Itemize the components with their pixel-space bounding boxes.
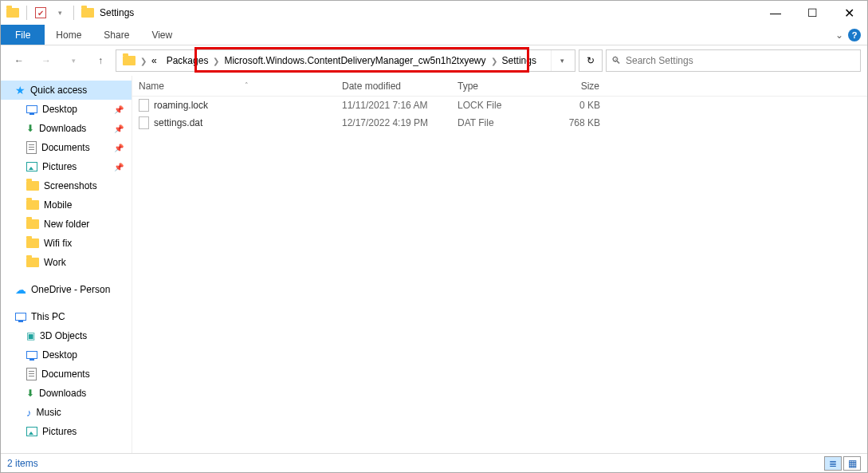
nav-pc-desktop[interactable]: Desktop bbox=[1, 345, 132, 365]
file-size: 768 KB bbox=[543, 117, 607, 128]
forward-button[interactable]: → bbox=[34, 49, 58, 72]
header-size[interactable]: Size bbox=[543, 76, 607, 96]
chevron-icon[interactable]: ❯ bbox=[140, 57, 147, 65]
nav-mobile[interactable]: Mobile bbox=[1, 195, 132, 215]
nav-pc-music[interactable]: ♪Music bbox=[1, 403, 132, 422]
breadcrumb-cdm[interactable]: Microsoft.Windows.ContentDeliveryManager… bbox=[219, 55, 490, 66]
ribbon: File Home Share View ⌄ ? bbox=[1, 25, 867, 45]
maximize-button[interactable]: ☐ bbox=[794, 1, 831, 25]
nav-pictures[interactable]: Pictures📌 bbox=[1, 157, 132, 176]
title-folder-icon bbox=[79, 4, 96, 22]
qat-divider-2 bbox=[73, 6, 74, 20]
qat-folder-icon[interactable] bbox=[4, 4, 22, 22]
nav-this-pc[interactable]: This PC bbox=[1, 307, 132, 326]
nav-pc-downloads[interactable]: ⬇Downloads bbox=[1, 384, 132, 403]
nav-pc-documents[interactable]: Documents bbox=[1, 365, 132, 384]
title-bar: ✔ ▾ Settings — ☐ ✕ bbox=[1, 1, 867, 25]
breadcrumb-settings[interactable]: Settings bbox=[497, 55, 541, 66]
back-button[interactable]: ← bbox=[7, 49, 31, 72]
status-bar: 2 items ≣ ▦ bbox=[1, 453, 867, 472]
nav-onedrive[interactable]: ☁OneDrive - Person bbox=[1, 280, 132, 299]
qat-dropdown-icon[interactable]: ▾ bbox=[51, 4, 69, 22]
file-name: settings.dat bbox=[154, 117, 202, 128]
view-details-button[interactable]: ≣ bbox=[824, 456, 842, 471]
nav-pc-pictures[interactable]: Pictures bbox=[1, 422, 132, 441]
folder-icon bbox=[26, 200, 39, 210]
breadcrumb-ellipsis[interactable]: « bbox=[147, 55, 162, 66]
pc-icon bbox=[15, 313, 26, 321]
minimize-button[interactable]: — bbox=[757, 1, 794, 25]
nav-3d-objects[interactable]: ▣3D Objects bbox=[1, 326, 132, 345]
refresh-button[interactable]: ↻ bbox=[579, 49, 603, 72]
nav-quick-access[interactable]: ★Quick access bbox=[1, 81, 132, 100]
file-row[interactable]: settings.dat 12/17/2022 4:19 PM DAT File… bbox=[132, 114, 867, 132]
tab-home[interactable]: Home bbox=[45, 25, 92, 45]
navigation-pane[interactable]: ★Quick access Desktop📌 ⬇Downloads📌 Docum… bbox=[1, 76, 132, 453]
file-type: DAT File bbox=[451, 117, 543, 128]
breadcrumb-packages[interactable]: Packages bbox=[162, 55, 214, 66]
file-tab[interactable]: File bbox=[1, 25, 45, 45]
address-folder-icon bbox=[123, 56, 136, 65]
address-bar[interactable]: ❯ « Packages ❯ Microsoft.Windows.Content… bbox=[116, 49, 575, 72]
nav-work[interactable]: Work bbox=[1, 253, 132, 272]
download-icon: ⬇ bbox=[26, 123, 34, 134]
sort-indicator-icon: ˄ bbox=[245, 81, 249, 89]
pin-icon: 📌 bbox=[114, 124, 124, 133]
up-button[interactable]: ↑ bbox=[88, 49, 112, 72]
recent-locations-icon[interactable]: ▾ bbox=[61, 49, 85, 72]
pin-icon: 📌 bbox=[114, 163, 124, 171]
item-count: 2 items bbox=[7, 458, 38, 469]
documents-icon bbox=[26, 368, 37, 380]
tab-share[interactable]: Share bbox=[92, 25, 140, 45]
close-button[interactable]: ✕ bbox=[831, 1, 867, 25]
file-date: 11/11/2021 7:16 AM bbox=[336, 100, 451, 111]
window-title: Settings bbox=[100, 7, 134, 18]
file-size: 0 KB bbox=[543, 100, 607, 111]
music-icon: ♪ bbox=[26, 407, 32, 419]
star-icon: ★ bbox=[15, 84, 26, 97]
view-large-button[interactable]: ▦ bbox=[843, 456, 861, 471]
chevron-icon[interactable]: ❯ bbox=[213, 57, 219, 65]
file-icon bbox=[139, 99, 149, 112]
nav-desktop[interactable]: Desktop📌 bbox=[1, 100, 132, 119]
file-list-pane: Name˄ Date modified Type Size roaming.lo… bbox=[132, 76, 867, 453]
nav-new-folder[interactable]: New folder bbox=[1, 215, 132, 234]
file-row[interactable]: roaming.lock 11/11/2021 7:16 AM LOCK Fil… bbox=[132, 97, 867, 114]
folder-icon bbox=[26, 219, 39, 229]
folder-icon bbox=[26, 258, 39, 267]
qat-divider bbox=[26, 6, 27, 20]
pin-icon: 📌 bbox=[114, 105, 124, 114]
header-date[interactable]: Date modified bbox=[336, 76, 451, 96]
pin-icon: 📌 bbox=[114, 144, 124, 152]
column-headers: Name˄ Date modified Type Size bbox=[132, 76, 867, 97]
nav-wifi-fix[interactable]: Wifi fix bbox=[1, 234, 132, 253]
desktop-icon bbox=[26, 351, 37, 359]
qat-properties-icon[interactable]: ✔ bbox=[32, 4, 49, 22]
pictures-icon bbox=[26, 162, 37, 171]
cloud-icon: ☁ bbox=[15, 283, 26, 296]
nav-documents[interactable]: Documents📌 bbox=[1, 138, 132, 157]
header-name[interactable]: Name˄ bbox=[132, 76, 336, 96]
tab-view[interactable]: View bbox=[140, 25, 183, 45]
cube-icon: ▣ bbox=[26, 330, 35, 341]
chevron-icon[interactable]: ❯ bbox=[491, 57, 497, 65]
folder-icon bbox=[26, 181, 39, 191]
nav-downloads[interactable]: ⬇Downloads📌 bbox=[1, 119, 132, 138]
search-placeholder: Search Settings bbox=[626, 55, 693, 66]
search-icon: 🔍︎ bbox=[611, 55, 621, 66]
file-date: 12/17/2022 4:19 PM bbox=[336, 117, 451, 128]
nav-screenshots[interactable]: Screenshots bbox=[1, 176, 132, 195]
folder-icon bbox=[26, 238, 39, 248]
pictures-icon bbox=[26, 427, 37, 436]
address-dropdown-icon[interactable]: ▾ bbox=[551, 50, 573, 71]
file-name: roaming.lock bbox=[154, 100, 208, 111]
desktop-icon bbox=[26, 105, 37, 113]
download-icon: ⬇ bbox=[26, 388, 34, 399]
file-icon bbox=[139, 116, 149, 129]
file-type: LOCK File bbox=[451, 100, 543, 111]
search-box[interactable]: 🔍︎ Search Settings bbox=[606, 49, 861, 72]
help-icon[interactable]: ? bbox=[848, 29, 861, 41]
nav-bar: ← → ▾ ↑ ❯ « Packages ❯ Microsoft.Windows… bbox=[1, 45, 867, 76]
ribbon-expand-icon[interactable]: ⌄ bbox=[835, 30, 843, 41]
header-type[interactable]: Type bbox=[451, 76, 543, 96]
